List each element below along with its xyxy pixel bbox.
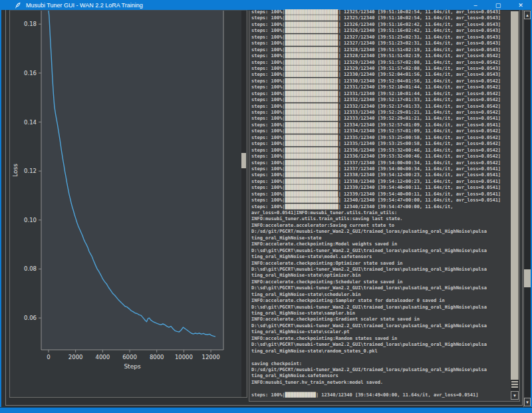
- console-line: saving checkpoint:: [251, 361, 509, 367]
- console-line: [251, 386, 509, 392]
- console-line: INFO:accelerate.checkpointing:Sampler st…: [251, 298, 509, 304]
- console-line: ting_oral_HighNoise.safetensors: [251, 373, 509, 379]
- console-line: D:\sd\git\PGCRT\musubi-tuner_Wan2.2_GUI\…: [251, 248, 509, 254]
- progress-bar: ██████████████████▉: [285, 179, 338, 184]
- progress-bar: ██████████████████▉: [285, 41, 338, 46]
- progress-bar: ██████████████████▉: [285, 60, 338, 65]
- console-line: steps: 100%|██████████████████▉| 12330/1…: [251, 72, 509, 78]
- scroll-up-icon[interactable]: ▲: [524, 11, 531, 19]
- progress-bar: ██████████████████▉: [285, 148, 338, 153]
- console-line: steps: 100%|██████████████████▉| 12327/1…: [251, 35, 509, 41]
- x-tick-label: 2000: [68, 354, 83, 360]
- console-line: steps: 100%|██████████████████▉| 12325/1…: [251, 15, 509, 21]
- console-line: ting_oral_HighNoise-state: [251, 235, 509, 241]
- maximize-button[interactable]: ▢: [487, 0, 509, 10]
- progress-bar: ███████████████████: [285, 204, 338, 209]
- feather-icon: [15, 2, 21, 9]
- console-line: steps: 100%|██████████████████▉| 12338/1…: [251, 179, 509, 185]
- progress-bar: ███████████: [285, 392, 316, 398]
- scroll-down-icon[interactable]: ▼: [524, 398, 531, 406]
- progress-bar: ██████████████████▉: [285, 116, 338, 121]
- progress-bar: ██████████████████▉: [285, 154, 338, 159]
- console-line: steps: 100%|██████████████████▉| 12326/1…: [251, 28, 509, 34]
- console-line: INFO:musubi_tuner.hv_train_network:model…: [251, 380, 509, 386]
- progress-bar: ██████████████████▉: [285, 185, 338, 190]
- progress-bar: ██████████████████▉: [285, 72, 338, 77]
- progress-bar: ██████████████████▉: [285, 160, 338, 166]
- x-tick-label: 0: [47, 354, 50, 360]
- y-tick-label: 0.08: [24, 265, 37, 272]
- console-line: steps: 100%|███████████████████| 12340/1…: [251, 204, 509, 210]
- console-line: D:\sd\git\PGCRT\musubi-tuner_Wan2.2_GUI\…: [251, 267, 509, 273]
- progress-bar: ██████████████████▉: [285, 135, 338, 140]
- minimize-button[interactable]: –: [464, 0, 487, 10]
- progress-bar: ██████████████████▉: [285, 9, 338, 15]
- scroll-down-icon[interactable]: ▼: [511, 391, 519, 400]
- x-tick-label: 12000: [202, 354, 220, 360]
- x-tick-label: 10000: [175, 354, 193, 360]
- loss-chart: 0.060.080.100.120.140.160.18020004000600…: [10, 11, 242, 397]
- console-line: ting_oral_HighNoise-state\scheduler.bin: [251, 292, 509, 298]
- console-line: steps: 100%|███████████| 12340/12340 [39…: [251, 392, 509, 398]
- window-scrollbar-thumb[interactable]: [524, 269, 531, 287]
- console-line: D:/sd/git/PGCRT/musubi-tuner_Wan2.2_GUI/…: [251, 367, 509, 373]
- console-line: ting_oral_HighNoise-state\optimizer.bin: [251, 273, 509, 279]
- console-line: INFO:accelerate.checkpointing:Random sta…: [251, 336, 509, 342]
- console-line: D:\sd\git\PGCRT\musubi-tuner_Wan2.2_GUI\…: [251, 305, 509, 311]
- y-tick-label: 0.14: [24, 119, 37, 126]
- console-line: INFO:accelerate.checkpointing:Model weig…: [251, 241, 509, 247]
- console-line: ting_oral_HighNoise-state\model.safetens…: [251, 254, 509, 260]
- console-scrollbar[interactable]: ▼: [511, 11, 519, 400]
- console-line: ting_oral_HighNoise-state\sampler.bin: [251, 311, 509, 317]
- progress-bar: ██████████████████▉: [285, 22, 338, 27]
- progress-bar: ██████████████████▉: [285, 84, 338, 90]
- plot-area: [41, 11, 223, 350]
- y-tick-label: 0.10: [24, 217, 37, 223]
- console-line: steps: 100%|██████████████████▉| 12334/1…: [251, 122, 509, 128]
- chart-scrollbar-thumb[interactable]: [241, 153, 246, 168]
- console-line: steps: 100%|██████████████████▉| 12339/1…: [251, 192, 509, 198]
- x-tick-label: 4000: [96, 354, 110, 360]
- console-line: steps: 100%|██████████████████▉| 12330/1…: [251, 78, 509, 84]
- console-line: steps: 100%|██████████████████▉| 12327/1…: [251, 41, 509, 47]
- progress-bar: ██████████████████▉: [285, 141, 338, 146]
- y-tick-label: 0.12: [24, 168, 37, 174]
- console-line: ting_oral_HighNoise-state\scaler.pt: [251, 329, 509, 335]
- progress-bar: ██████████████████▉: [285, 104, 338, 109]
- console-line: INFO:accelerate.checkpointing:Gradient s…: [251, 317, 509, 323]
- console-line: INFO:accelerate.checkpointing:Optimizer …: [251, 261, 509, 267]
- progress-bar: ██████████████████▉: [285, 15, 338, 21]
- chart-panel: 0.060.080.100.120.140.160.18020004000600…: [9, 10, 247, 398]
- progress-bar: ██████████████████▉: [285, 122, 338, 128]
- console-line: steps: 100%|██████████████████▉| 12337/1…: [251, 166, 509, 172]
- console-line: steps: 100%|██████████████████▉| 12329/1…: [251, 66, 509, 72]
- titlebar[interactable]: Musubi Tuner GUI - WAN 2.2 LoRA Training…: [0, 0, 532, 10]
- y-tick-label: 0.16: [24, 70, 37, 76]
- progress-bar: ██████████████████▉: [285, 172, 338, 178]
- console-line: steps: 100%|██████████████████▉| 12332/1…: [251, 104, 509, 110]
- progress-bar: ██████████████████▉: [285, 78, 338, 84]
- console-line: avr_loss=0.0541]INFO:musubi_tuner.utils.…: [251, 210, 509, 216]
- console-line: ting_oral_HighNoise-state\random_states_…: [251, 348, 509, 354]
- console-line: steps: 100%|██████████████████▉| 12328/1…: [251, 47, 509, 53]
- x-tick-label: 6000: [122, 354, 137, 360]
- window-scrollbar[interactable]: ▲ ▼: [523, 10, 531, 407]
- progress-bar: ██████████████████▉: [285, 110, 338, 115]
- x-tick-label: 8000: [150, 354, 164, 360]
- console-scrollbar-thumb[interactable]: [511, 11, 519, 380]
- window-border-left: [0, 10, 1, 407]
- progress-bar: ██████████████████▉: [285, 91, 338, 96]
- window-title: Musubi Tuner GUI - WAN 2.2 LoRA Training: [26, 2, 143, 9]
- console-output[interactable]: steps: 100%|██████████████████▉| 12325/1…: [251, 9, 509, 400]
- y-axis-label: Loss: [12, 164, 19, 177]
- console-line: steps: 100%|██████████████████▉| 12339/1…: [251, 185, 509, 191]
- app-window: Musubi Tuner GUI - WAN 2.2 LoRA Training…: [0, 0, 532, 413]
- progress-bar: ██████████████████▉: [285, 192, 338, 197]
- console-line: steps: 100%|██████████████████▉| 12333/1…: [251, 116, 509, 122]
- console-line: steps: 100%|██████████████████▉| 12329/1…: [251, 60, 509, 66]
- progress-bar: ██████████████████▉: [285, 97, 338, 102]
- progress-bar: ██████████████████▉: [285, 53, 338, 59]
- y-tick-label: 0.06: [24, 315, 37, 321]
- chart-scrollbar[interactable]: [241, 11, 246, 397]
- close-button[interactable]: ✕: [509, 0, 532, 10]
